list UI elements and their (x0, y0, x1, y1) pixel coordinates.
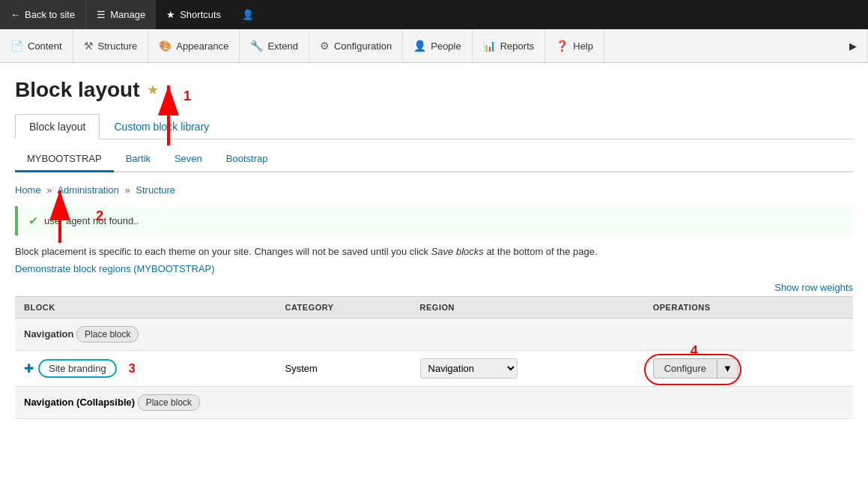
config-icon: ⚙ (320, 40, 330, 52)
nav-extend[interactable]: 🔧 Extend (240, 29, 309, 62)
shortcuts-button[interactable]: ★ Shortcuts (156, 0, 231, 29)
theme-tabs: MYBOOTSTRAP Bartik Seven Bootstrap (15, 147, 853, 172)
place-block-button[interactable]: Place block (76, 326, 139, 343)
favorite-star-icon[interactable]: ★ (147, 82, 159, 98)
status-message: ✔ user agent not found.. (15, 206, 853, 235)
operations-cell: Configure ▼ 4 (644, 351, 853, 387)
menu-icon: ☰ (97, 9, 106, 20)
section-label: Navigation (24, 328, 73, 340)
user-button[interactable]: 👤 (231, 0, 264, 29)
admin-toolbar: ← Back to site ☰ Manage ★ Shortcuts 👤 (0, 0, 868, 29)
theme-tab-seven[interactable]: Seven (163, 147, 214, 172)
block-cell: ✚ Site branding 3 (15, 351, 276, 387)
manage-button[interactable]: ☰ Manage (86, 0, 156, 29)
breadcrumb-home[interactable]: Home (15, 184, 41, 196)
theme-tab-bartik[interactable]: Bartik (114, 147, 163, 172)
bottom-place-block-button[interactable]: Place block (138, 394, 200, 411)
primary-tabs: Block layout Custom block library (15, 114, 853, 139)
star-icon: ★ (166, 9, 175, 20)
breadcrumb-administration[interactable]: Administration (57, 184, 118, 196)
section-navigation: Navigation Place block (15, 319, 853, 351)
col-block: BLOCK (15, 297, 276, 319)
block-table: BLOCK CATEGORY REGION OPERATIONS Navigat… (15, 296, 853, 419)
site-branding-label: Site branding (38, 359, 117, 378)
nav-structure[interactable]: ⚒ Structure (73, 29, 149, 62)
nav-configuration[interactable]: ⚙ Configuration (309, 29, 403, 62)
nav-bar: 📄 Content ⚒ Structure 🎨 Appearance 🔧 Ext… (0, 29, 868, 63)
configure-button-group: Configure ▼ (653, 358, 738, 379)
people-icon: 👤 (413, 40, 426, 52)
table-header-row: BLOCK CATEGORY REGION OPERATIONS (15, 297, 853, 319)
reports-icon: 📊 (483, 40, 496, 52)
annotation-4: 4 (691, 343, 698, 359)
page-title-row: Block layout ★ (15, 78, 853, 102)
configure-button[interactable]: Configure (653, 358, 717, 379)
configure-dropdown-button[interactable]: ▼ (717, 358, 738, 379)
region-cell: Navigation Header Footer Sidebar (411, 351, 644, 387)
check-icon: ✔ (28, 214, 38, 228)
info-text: Block placement is specific to each them… (15, 246, 853, 257)
region-dropdown[interactable]: Navigation Header Footer Sidebar (420, 358, 518, 379)
tab-custom-block-library[interactable]: Custom block library (100, 114, 223, 139)
nav-reports[interactable]: 📊 Reports (473, 29, 546, 62)
appearance-icon: 🎨 (159, 40, 172, 52)
col-category: CATEGORY (276, 297, 411, 319)
table-row: ✚ Site branding 3 System Navigation Head… (15, 351, 853, 387)
row-weights-container: Show row weights (15, 282, 853, 293)
page-content: 1 2 Block layout ★ Block layout Custom b… (0, 63, 868, 419)
show-row-weights-link[interactable]: Show row weights (774, 282, 853, 293)
tab-block-layout[interactable]: Block layout (15, 114, 100, 139)
col-region: REGION (411, 297, 644, 319)
extend-icon: 🔧 (250, 40, 263, 52)
user-icon: 👤 (242, 9, 254, 20)
theme-tab-mybootstrap[interactable]: MYBOOTSTRAP (15, 147, 114, 172)
theme-tab-bootstrap[interactable]: Bootstrap (214, 147, 280, 172)
arrow-left-icon: ← (10, 9, 20, 20)
nav-appearance[interactable]: 🎨 Appearance (148, 29, 240, 62)
nav-people[interactable]: 👤 People (403, 29, 472, 62)
nav-content[interactable]: 📄 Content (0, 29, 73, 62)
bottom-section-label: Navigation (Collapsible) (24, 397, 135, 408)
annotation-3: 3 (129, 362, 136, 376)
help-icon: ❓ (556, 40, 568, 52)
back-to-site-button[interactable]: ← Back to site (0, 0, 86, 29)
breadcrumb-structure[interactable]: Structure (136, 184, 175, 196)
nav-arrow-icon: ▶ (849, 40, 857, 52)
section-navigation-collapsible: Navigation (Collapsible) Place block (15, 387, 853, 419)
structure-icon: ⚒ (84, 40, 94, 52)
nav-collapse[interactable]: ▶ (839, 29, 868, 62)
status-text: user agent not found.. (44, 215, 139, 226)
nav-help[interactable]: ❓ Help (545, 29, 604, 62)
demo-regions-link[interactable]: Demonstrate block regions (MYBOOTSTRAP) (15, 263, 215, 274)
col-operations: OPERATIONS (644, 297, 853, 319)
drag-handle-icon[interactable]: ✚ (24, 361, 34, 376)
category-cell: System (276, 351, 411, 387)
breadcrumb: Home » Administration » Structure (15, 184, 853, 196)
page-title: Block layout (15, 78, 139, 102)
content-icon: 📄 (10, 40, 23, 52)
